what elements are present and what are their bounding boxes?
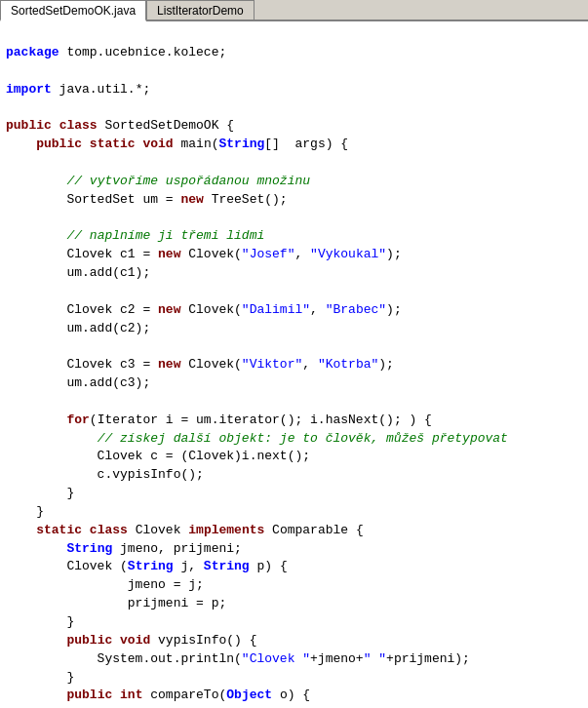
line-21 [6,393,582,412]
line-4: import java.util.*; [6,81,582,99]
tab-list-iterator-label: ListIteratorDemo [157,4,244,18]
line-32: prijmeni = p; [6,595,582,613]
line-14: um.add(c1); [6,264,582,283]
line-17: um.add(c2); [6,320,582,338]
tab-list-iterator[interactable]: ListIteratorDemo [146,0,255,20]
code-area: package tomp.ucebnice.kolece; import jav… [0,21,588,708]
tab-sorted-set-label: SortedSetDemoOK.java [11,4,136,18]
line-11 [6,209,582,227]
line-37: public int compareTo(Object o) { [6,687,582,705]
line-33: } [6,613,582,632]
line-3 [6,62,582,81]
line-9: // vytvoříme uspořádanou množinu [6,173,582,191]
line-16: Clovek c2 = new Clovek("Dalimil", "Brabe… [6,301,582,320]
line-27: } [6,503,582,522]
line-25: c.vypisInfo(); [6,466,582,485]
line-1 [6,25,582,44]
line-31: jmeno = j; [6,576,582,595]
line-22: for(Iterator i = um.iterator(); i.hasNex… [6,412,582,430]
line-10: SortedSet um = new TreeSet(); [6,191,582,210]
tab-sorted-set[interactable]: SortedSetDemoOK.java [0,0,146,21]
line-19: Clovek c3 = new Clovek("Viktor", "Kotrba… [6,356,582,374]
line-20: um.add(c3); [6,374,582,393]
line-5 [6,98,582,117]
tab-bar: SortedSetDemoOK.java ListIteratorDemo [0,0,588,21]
line-2: package tomp.ucebnice.kolece; [6,44,582,62]
line-8 [6,154,582,173]
line-6: public class SortedSetDemoOK { [6,117,582,136]
line-18 [6,337,582,356]
line-35: System.out.println("Clovek "+jmeno+" "+p… [6,650,582,669]
line-29: String jmeno, prijmeni; [6,540,582,559]
line-12: // naplníme ji třemi lidmi [6,227,582,246]
line-36: } [6,669,582,688]
line-24: Clovek c = (Clovek)i.next(); [6,448,582,466]
line-23: // získej další objekt: je to člověk, mů… [6,430,582,449]
line-13: Clovek c1 = new Clovek("Josef", "Vykouka… [6,246,582,264]
line-26: } [6,485,582,503]
line-7: public static void main(String[] args) { [6,136,582,154]
line-34: public void vypisInfo() { [6,632,582,650]
line-15 [6,283,582,301]
line-28: static class Clovek implements Comparabl… [6,522,582,540]
line-30: Clovek (String j, String p) { [6,558,582,576]
